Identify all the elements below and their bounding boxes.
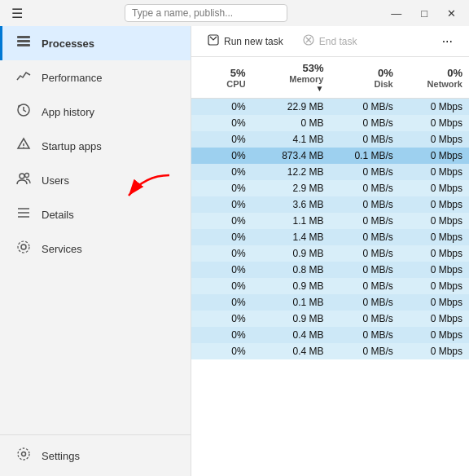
performance-label: Performance [42, 72, 102, 84]
cell-network-0: 0 Mbps [400, 99, 469, 116]
cell-disk-7: 0 MB/s [331, 213, 400, 229]
cell-disk-8: 0 MB/s [331, 229, 400, 245]
sidebar-item-services[interactable]: Services [0, 231, 191, 266]
sidebar-bottom: Settings [0, 434, 191, 476]
table-row[interactable]: 0%0.4 MB0 MB/s0 Mbps [191, 343, 469, 359]
users-icon [15, 171, 32, 189]
run-new-task-label: Run new task [224, 36, 283, 47]
cell-memory-8: 1.4 MB [252, 229, 331, 245]
cell-memory-2: 4.1 MB [252, 131, 331, 148]
cell-network-2: 0 Mbps [400, 131, 469, 148]
table-row[interactable]: 0%1.1 MB0 MB/s0 Mbps [191, 213, 469, 229]
cell-cpu-13: 0% [191, 311, 252, 327]
svg-point-6 [23, 147, 24, 148]
svg-point-8 [25, 174, 29, 178]
cell-disk-12: 0 MB/s [331, 294, 400, 311]
cell-cpu-11: 0% [191, 278, 252, 294]
memory-column-header[interactable]: 53% Memory ▼ [252, 57, 331, 99]
cell-memory-12: 0.1 MB [252, 294, 331, 311]
cpu-column-header[interactable]: 5% CPU [191, 57, 252, 99]
app-history-icon [15, 103, 32, 121]
cell-memory-4: 12.2 MB [252, 164, 331, 180]
cell-cpu-2: 0% [191, 131, 252, 148]
sidebar-item-settings[interactable]: Settings [0, 439, 191, 473]
svg-rect-2 [17, 44, 30, 46]
cell-disk-13: 0 MB/s [331, 311, 400, 327]
sidebar-item-details[interactable]: Details [0, 197, 191, 231]
process-table-container[interactable]: 5% CPU 53% Memory ▼ [191, 57, 469, 476]
table-row[interactable]: 0%3.6 MB0 MB/s0 Mbps [191, 196, 469, 213]
cell-cpu-3: 0% [191, 148, 252, 164]
cell-network-10: 0 Mbps [400, 262, 469, 278]
sidebar-item-performance[interactable]: Performance [0, 60, 191, 95]
network-column-header[interactable]: 0% Network [400, 57, 469, 99]
app-history-label: App history [42, 106, 94, 118]
cell-network-4: 0 Mbps [400, 164, 469, 180]
sidebar: Processes Performance App history [0, 26, 191, 476]
disk-column-header[interactable]: 0% Disk [331, 57, 400, 99]
maximize-button[interactable]: □ [414, 6, 434, 21]
startup-apps-label: Startup apps [42, 140, 102, 152]
cell-network-9: 0 Mbps [400, 245, 469, 262]
table-row[interactable]: 0%0.9 MB0 MB/s0 Mbps [191, 278, 469, 294]
more-options-button[interactable]: ··· [436, 33, 459, 51]
svg-rect-0 [17, 36, 30, 38]
search-area [28, 4, 384, 22]
cell-disk-1: 0 MB/s [331, 115, 400, 131]
cell-cpu-9: 0% [191, 245, 252, 262]
cell-network-12: 0 Mbps [400, 294, 469, 311]
cell-cpu-1: 0% [191, 115, 252, 131]
sort-arrow-icon: ▼ [316, 84, 324, 93]
cell-memory-5: 2.9 MB [252, 180, 331, 196]
cell-network-11: 0 Mbps [400, 278, 469, 294]
svg-point-14 [22, 452, 26, 456]
svg-point-7 [20, 174, 24, 178]
table-row[interactable]: 0%4.1 MB0 MB/s0 Mbps [191, 131, 469, 148]
cell-disk-10: 0 MB/s [331, 262, 400, 278]
table-row[interactable]: 0%12.2 MB0 MB/s0 Mbps [191, 164, 469, 180]
cell-disk-15: 0 MB/s [331, 343, 400, 359]
run-new-task-button[interactable]: Run new task [201, 31, 290, 51]
table-row[interactable]: 0%1.4 MB0 MB/s0 Mbps [191, 229, 469, 245]
table-row[interactable]: 0%22.9 MB0 MB/s0 Mbps [191, 99, 469, 116]
sidebar-item-users[interactable]: Users [0, 163, 191, 197]
table-row[interactable]: 0%0.9 MB0 MB/s0 Mbps [191, 245, 469, 262]
run-icon [208, 34, 219, 48]
table-row[interactable]: 0%0.4 MB0 MB/s0 Mbps [191, 327, 469, 343]
sidebar-item-startup-apps[interactable]: Startup apps [0, 129, 191, 163]
main-container: Processes Performance App history [0, 26, 469, 476]
content-area: Run new task End task ··· [191, 26, 469, 476]
cell-network-13: 0 Mbps [400, 311, 469, 327]
cell-disk-0: 0 MB/s [331, 99, 400, 116]
cell-memory-6: 3.6 MB [252, 196, 331, 213]
cell-disk-6: 0 MB/s [331, 196, 400, 213]
table-row[interactable]: 0%873.4 MB0.1 MB/s0 Mbps [191, 148, 469, 164]
search-input[interactable] [125, 4, 287, 22]
settings-icon [15, 447, 32, 465]
svg-point-12 [21, 245, 26, 249]
table-row[interactable]: 0%0 MB0 MB/s0 Mbps [191, 115, 469, 131]
end-task-button[interactable]: End task [296, 31, 364, 51]
cell-memory-0: 22.9 MB [252, 99, 331, 116]
minimize-button[interactable]: — [384, 6, 408, 21]
cell-network-14: 0 Mbps [400, 327, 469, 343]
svg-rect-1 [17, 40, 30, 42]
table-row[interactable]: 0%2.9 MB0 MB/s0 Mbps [191, 180, 469, 196]
details-label: Details [42, 209, 74, 221]
cell-cpu-12: 0% [191, 294, 252, 311]
table-row[interactable]: 0%0.1 MB0 MB/s0 Mbps [191, 294, 469, 311]
cell-network-1: 0 Mbps [400, 115, 469, 131]
window-controls: — □ ✕ [384, 6, 462, 21]
processes-label: Processes [42, 37, 94, 50]
cell-network-15: 0 Mbps [400, 343, 469, 359]
cell-network-7: 0 Mbps [400, 213, 469, 229]
sidebar-item-processes[interactable]: Processes [0, 26, 191, 60]
cell-cpu-5: 0% [191, 180, 252, 196]
hamburger-icon[interactable]: ☰ [7, 4, 28, 23]
cell-disk-3: 0.1 MB/s [331, 148, 400, 164]
close-button[interactable]: ✕ [441, 6, 462, 21]
table-row[interactable]: 0%0.8 MB0 MB/s0 Mbps [191, 262, 469, 278]
cell-disk-11: 0 MB/s [331, 278, 400, 294]
sidebar-item-app-history[interactable]: App history [0, 95, 191, 129]
table-row[interactable]: 0%0.9 MB0 MB/s0 Mbps [191, 311, 469, 327]
